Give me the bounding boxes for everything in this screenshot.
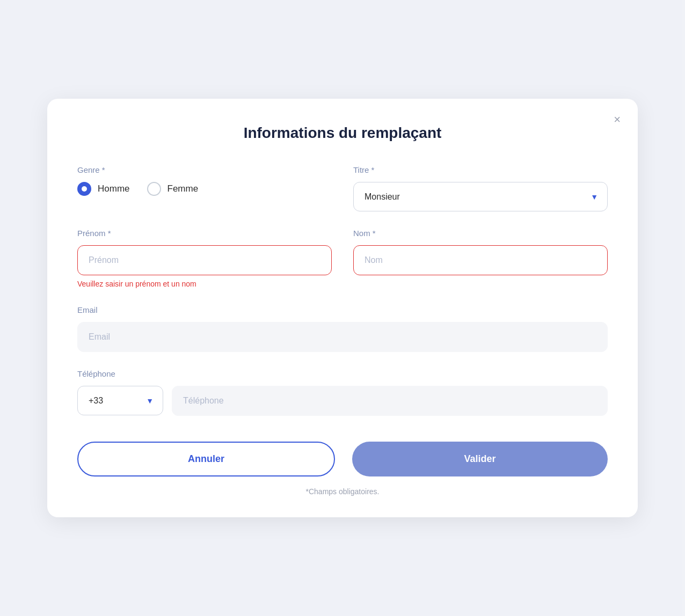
close-button[interactable]: ×	[611, 112, 623, 128]
prenom-col: Prénom * Veuillez saisir un prénom et un…	[77, 229, 332, 288]
titre-select-wrapper: Monsieur Madame Dr. Pr. ▼	[353, 182, 608, 211]
radio-femme-indicator[interactable]	[147, 182, 161, 196]
modal-container: × Informations du remplaçant Genre * Hom…	[47, 99, 638, 517]
phone-prefix-select[interactable]: +33 +32 +41 +1	[77, 386, 163, 415]
telephone-label: Téléphone	[77, 369, 608, 378]
phone-prefix-col: +33 +32 +41 +1 ▼	[77, 386, 163, 416]
phone-number-col	[172, 386, 608, 416]
prenom-label: Prénom *	[77, 229, 332, 238]
nom-col: Nom *	[353, 229, 608, 288]
nom-input[interactable]	[353, 245, 608, 275]
footer-buttons: Annuler Valider	[77, 442, 608, 476]
genre-col: Genre * Homme Femme	[77, 165, 332, 211]
radio-homme[interactable]: Homme	[77, 182, 130, 196]
radio-homme-label: Homme	[98, 184, 130, 194]
mandatory-note: *Champs obligatoires.	[77, 487, 608, 496]
telephone-section: Téléphone +33 +32 +41 +1 ▼	[77, 369, 608, 416]
cancel-button[interactable]: Annuler	[77, 442, 335, 476]
prenom-nom-row: Prénom * Veuillez saisir un prénom et un…	[77, 229, 608, 288]
email-row: Email	[77, 305, 608, 352]
nom-label: Nom *	[353, 229, 608, 238]
radio-femme-label: Femme	[167, 184, 199, 194]
email-input[interactable]	[77, 322, 608, 352]
radio-homme-indicator[interactable]	[77, 182, 91, 196]
genre-radio-group: Homme Femme	[77, 182, 332, 196]
phone-number-input[interactable]	[172, 386, 608, 416]
phone-row: +33 +32 +41 +1 ▼	[77, 386, 608, 416]
modal-overlay: × Informations du remplaçant Genre * Hom…	[0, 0, 685, 616]
prenom-nom-error: Veuillez saisir un prénom et un nom	[77, 280, 332, 288]
prenom-input[interactable]	[77, 245, 332, 275]
email-label: Email	[77, 305, 608, 314]
genre-titre-row: Genre * Homme Femme Titre * Monsie	[77, 165, 608, 211]
radio-femme[interactable]: Femme	[147, 182, 199, 196]
genre-label: Genre *	[77, 165, 332, 174]
titre-label: Titre *	[353, 165, 608, 174]
titre-col: Titre * Monsieur Madame Dr. Pr. ▼	[353, 165, 608, 211]
phone-prefix-wrapper: +33 +32 +41 +1 ▼	[77, 386, 163, 415]
modal-title: Informations du remplaçant	[77, 124, 608, 142]
validate-button[interactable]: Valider	[352, 442, 608, 476]
email-col: Email	[77, 305, 608, 352]
titre-select[interactable]: Monsieur Madame Dr. Pr.	[353, 182, 608, 211]
